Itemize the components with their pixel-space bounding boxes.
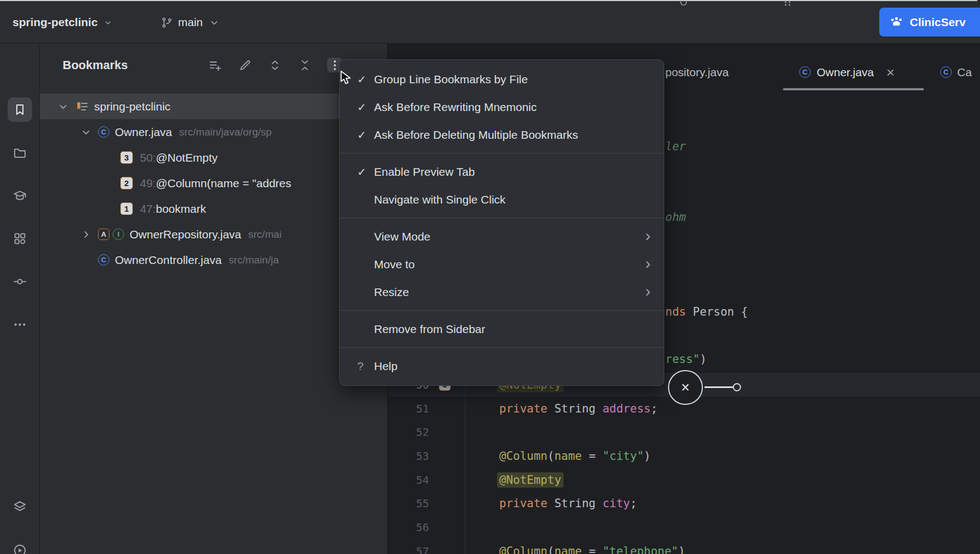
checkmark-icon: ✓ — [357, 165, 374, 178]
add-bookmark-list-button[interactable] — [207, 58, 222, 72]
menu-item-label: Resize — [374, 286, 409, 299]
gutter: 51 — [388, 397, 465, 421]
tree-item-label: OwnerController.java — [115, 254, 222, 267]
tab-ca-java[interactable]: C Ca — [940, 54, 980, 90]
chevron-down-icon — [208, 16, 220, 29]
tree-row-owner-repository-java[interactable]: A I OwnerRepository.java src/mai — [40, 221, 387, 247]
menu-separator — [340, 310, 664, 311]
sidebar-item-services[interactable] — [8, 495, 32, 519]
submenu-arrow-icon: › — [645, 283, 651, 299]
class-icon: C — [98, 126, 109, 138]
collapse-all-icon — [298, 58, 312, 72]
checkmark-icon: ✓ — [357, 101, 374, 114]
commit-icon — [13, 274, 27, 289]
tree-row-owner-controller-java[interactable]: C OwnerController.java src/main/ja — [40, 247, 387, 273]
menu-item-enable-preview-tab[interactable]: ✓ Enable Preview Tab — [340, 158, 664, 186]
sidebar-item-run[interactable] — [8, 538, 32, 554]
tree-item-path: src/main/java/org/sp — [179, 126, 272, 138]
graduation-cap-icon — [13, 188, 27, 203]
chevron-right-icon[interactable] — [79, 227, 93, 242]
chevron-down-icon — [103, 17, 113, 28]
bookmark-label: bookmark — [156, 202, 206, 216]
menu-item-label: Ask Before Rewriting Mnemonic — [374, 101, 537, 114]
project-name: spring-petclinic — [13, 16, 97, 29]
tree-row-project[interactable]: spring-petclinic — [40, 94, 387, 119]
sidebar-item-bookmarks[interactable] — [8, 97, 32, 122]
menubar-grid-icon — [784, 1, 792, 6]
bookmark-line-number: 49: — [140, 177, 156, 190]
line-number: 57 — [416, 545, 429, 554]
code-line-53[interactable]: 53 @Column(name = "city") — [388, 444, 980, 468]
expand-all-button[interactable] — [267, 58, 282, 72]
mnemonic-icon: 1 — [120, 202, 133, 215]
line-number: 55 — [416, 497, 429, 510]
tree-item-label: spring-petclinic — [94, 100, 170, 113]
tab-owner-java[interactable]: C Owner.java × — [783, 54, 924, 90]
collapse-all-button[interactable] — [297, 58, 312, 72]
menu-item-remove-from-sidebar[interactable]: Remove from Sidebar — [340, 315, 664, 343]
sidebar-item-project[interactable] — [8, 140, 32, 165]
menu-item-navigate-with-single-click[interactable]: Navigate with Single Click — [340, 186, 664, 213]
tree-row-bookmark-47[interactable]: 1 47: bookmark — [40, 196, 387, 221]
menu-item-label: Enable Preview Tab — [374, 165, 475, 178]
line-number: 54 — [416, 473, 429, 487]
tree-row-bookmark-50[interactable]: 3 50: @NotEmpty — [40, 145, 387, 170]
paw-icon — [889, 15, 904, 29]
line-number: 51 — [416, 402, 429, 415]
more-horizontal-icon — [13, 317, 27, 332]
code-line-54[interactable]: 54 @NotEmpty — [388, 468, 980, 492]
line-number: 56 — [416, 521, 429, 534]
gutter: 56 — [388, 515, 465, 539]
class-icon: C — [940, 66, 952, 78]
run-configuration-label: ClinicServ — [910, 16, 966, 29]
menu-item-move-to[interactable]: Move to › — [340, 250, 664, 278]
gutter: 55 — [388, 491, 465, 515]
tab-repository-java[interactable]: pository.java — [665, 54, 728, 90]
folder-icon — [13, 145, 27, 160]
project-selector[interactable]: spring-petclinic — [13, 13, 113, 32]
menu-item-group-line-bookmarks-by-file[interactable]: ✓ Group Line Bookmarks by File — [340, 65, 664, 93]
run-configuration-button[interactable]: ClinicServ — [879, 8, 980, 36]
mouse-cursor — [340, 70, 352, 85]
tree-row-owner-java[interactable]: C Owner.java src/main/java/org/sp — [40, 119, 387, 145]
sidebar-item-commit[interactable] — [8, 269, 32, 294]
chevron-down-icon[interactable] — [79, 125, 93, 139]
list-plus-icon — [208, 58, 222, 72]
menu-item-label: View Mode — [374, 230, 431, 243]
menu-item-resize[interactable]: Resize › — [340, 278, 664, 306]
gutter: 52 — [388, 420, 465, 444]
annotation-icon: A — [98, 229, 109, 240]
menu-item-ask-before-rewriting-mnemonic[interactable]: ✓ Ask Before Rewriting Mnemonic — [340, 93, 664, 121]
annotation-close-button[interactable]: × — [668, 370, 703, 405]
submenu-arrow-icon: › — [645, 227, 651, 244]
code-fragment[interactable]: ler — [665, 140, 686, 153]
tree-row-bookmark-49[interactable]: 2 49: @Column(name = "addres — [40, 170, 387, 196]
code-line-56[interactable]: 56 — [388, 515, 980, 539]
sidebar-item-more[interactable] — [8, 312, 32, 337]
sidebar-item-modules[interactable] — [8, 226, 32, 251]
checkmark-icon: ✓ — [357, 73, 374, 86]
code-fragment[interactable]: ress") — [665, 353, 707, 366]
menu-separator — [340, 218, 664, 218]
menu-item-ask-before-deleting-multiple-bookmarks[interactable]: ✓ Ask Before Deleting Multiple Bookmarks — [340, 121, 664, 149]
bookmarks-panel: Bookmarks spring — [40, 44, 388, 554]
mnemonic-icon: 2 — [120, 177, 133, 189]
code-line-52[interactable]: 52 — [388, 420, 980, 444]
menu-item-view-mode[interactable]: View Mode › — [340, 223, 664, 250]
chevron-down-icon[interactable] — [56, 100, 70, 114]
code-line-57[interactable]: 57 @Column(name = "telephone") — [388, 539, 980, 554]
close-tab-icon[interactable]: × — [886, 65, 895, 79]
menu-item-help[interactable]: ? Help — [340, 352, 664, 380]
edit-bookmark-button[interactable] — [237, 58, 252, 72]
bookmark-label: @NotEmpty — [156, 151, 218, 164]
bookmarks-tree: spring-petclinic C Owner.java src/main/j… — [40, 94, 387, 273]
code-fragment[interactable]: nds Person { — [665, 305, 748, 318]
menubar-hook-icon — [679, 1, 688, 7]
code-fragment[interactable]: ohm — [665, 211, 686, 224]
code-line-55[interactable]: 55 private String city; — [388, 491, 980, 515]
help-icon: ? — [357, 360, 374, 373]
tab-label: Owner.java — [817, 66, 874, 79]
bookmark-label: @Column(name = "addres — [156, 177, 291, 190]
sidebar-item-learn[interactable] — [8, 183, 32, 208]
branch-selector[interactable]: main — [161, 13, 220, 32]
